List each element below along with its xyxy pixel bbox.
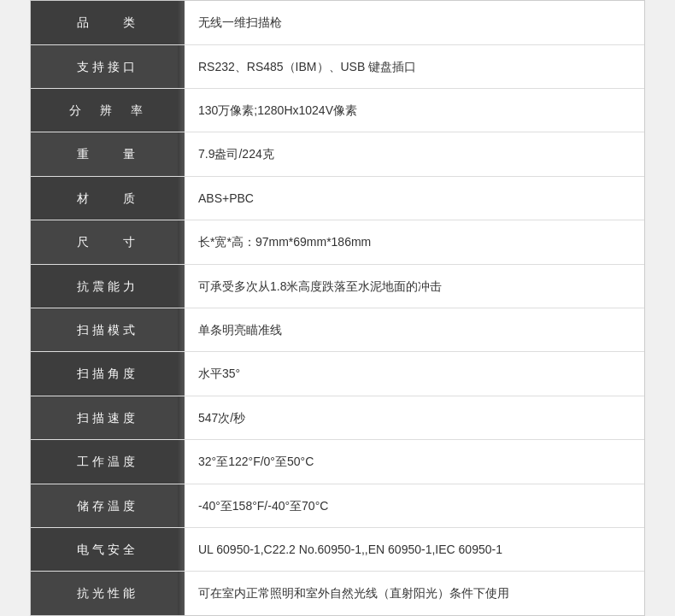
table-row: 扫描角度水平35° [31,352,644,396]
label-cell-light-resistance: 抗光性能 [31,572,185,615]
label-cell-material: 材 质 [31,176,185,220]
label-cell-weight: 重 量 [31,132,185,176]
value-cell-scan-angle: 水平35° [185,352,644,396]
value-cell-scan-mode: 单条明亮瞄准线 [185,308,644,352]
table-row: 储存温度-40°至158°F/-40°至70°C [31,484,644,527]
label-cell-resolution: 分 辨 率 [31,89,185,132]
table-row: 抗震能力可承受多次从1.8米高度跌落至水泥地面的冲击 [31,264,644,308]
table-row: 扫描速度547次/秒 [31,396,644,439]
spec-table-container: 品 类无线一维扫描枪支持接口RS232、RS485（IBM）、USB 键盘插口分… [30,0,645,615]
table-row: 重 量7.9盎司/224克 [31,132,644,176]
value-cell-resolution: 130万像素;1280Hx1024V像素 [185,89,644,132]
label-cell-electrical-safety: 电气安全 [31,527,185,571]
value-cell-work-temp: 32°至122°F/0°至50°C [185,440,644,484]
label-cell-size: 尺 寸 [31,220,185,264]
value-cell-category: 无线一维扫描枪 [185,1,644,44]
label-cell-category: 品 类 [31,1,185,44]
table-row: 抗光性能可在室内正常照明和室外自然光线（直射阳光）条件下使用 [31,572,644,615]
value-cell-scan-speed: 547次/秒 [185,396,644,439]
table-row: 尺 寸长*宽*高：97mm*69mm*186mm [31,220,644,264]
table-row: 支持接口RS232、RS485（IBM）、USB 键盘插口 [31,44,644,88]
value-cell-weight: 7.9盎司/224克 [185,132,644,176]
value-cell-electrical-safety: UL 60950-1,C22.2 No.60950-1,,EN 60950-1,… [185,527,644,571]
value-cell-material: ABS+PBC [185,176,644,220]
label-cell-scan-angle: 扫描角度 [31,352,185,396]
value-cell-interface: RS232、RS485（IBM）、USB 键盘插口 [185,44,644,88]
value-cell-light-resistance: 可在室内正常照明和室外自然光线（直射阳光）条件下使用 [185,572,644,615]
label-cell-work-temp: 工作温度 [31,440,185,484]
table-row: 扫描模式单条明亮瞄准线 [31,308,644,352]
table-row: 品 类无线一维扫描枪 [31,1,644,44]
label-cell-scan-speed: 扫描速度 [31,396,185,439]
value-cell-size: 长*宽*高：97mm*69mm*186mm [185,220,644,264]
label-cell-interface: 支持接口 [31,44,185,88]
value-cell-shock: 可承受多次从1.8米高度跌落至水泥地面的冲击 [185,264,644,308]
label-cell-store-temp: 储存温度 [31,484,185,527]
table-row: 材 质ABS+PBC [31,176,644,220]
label-cell-scan-mode: 扫描模式 [31,308,185,352]
table-row: 电气安全UL 60950-1,C22.2 No.60950-1,,EN 6095… [31,527,644,571]
label-cell-shock: 抗震能力 [31,264,185,308]
table-row: 工作温度32°至122°F/0°至50°C [31,440,644,484]
spec-table: 品 类无线一维扫描枪支持接口RS232、RS485（IBM）、USB 键盘插口分… [31,1,644,614]
value-cell-store-temp: -40°至158°F/-40°至70°C [185,484,644,527]
table-row: 分 辨 率130万像素;1280Hx1024V像素 [31,89,644,132]
